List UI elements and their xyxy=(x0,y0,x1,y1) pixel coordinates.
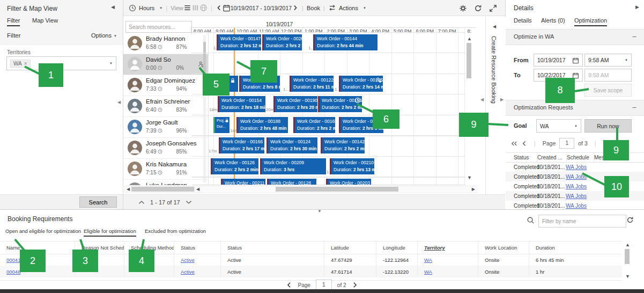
tab-alerts[interactable]: Alerts (0) xyxy=(541,17,565,24)
booking-bar[interactable]: Work Order - 00190 Duration: 2 hrs 20 mi… xyxy=(273,96,317,112)
date-range-label[interactable]: 10/19/2017 - 10/19/2017 xyxy=(231,5,292,11)
scroll-up-icon[interactable]: ▲ xyxy=(625,243,630,247)
schedule-link[interactable]: WA Jobs xyxy=(566,184,587,189)
booking-bar[interactable]: Work Order - 00128 Duration: xyxy=(267,179,316,185)
column-status[interactable]: Status xyxy=(506,153,537,162)
next-day-icon[interactable] xyxy=(292,4,299,11)
request-row[interactable]: Completed 10/18/201... WA Jobs xyxy=(506,191,644,201)
request-row[interactable]: Completed 10/18/201... WA Jobs xyxy=(506,162,644,172)
scroll-down-icon[interactable]: ▼ xyxy=(467,175,472,180)
collapse-section-icon[interactable]: − xyxy=(632,32,636,41)
booking-bar[interactable]: Work Order - 00154 Duration: 2 hrs 18 mi… xyxy=(218,96,265,112)
collapse-left-panel-icon[interactable]: ◀ xyxy=(111,4,115,10)
tab-map-view[interactable]: Map View xyxy=(32,17,58,24)
booking-bar[interactable]: Work Order - 00144 Duration: 2 hrs 44 mi… xyxy=(313,34,377,50)
page-down-icon[interactable] xyxy=(186,200,192,205)
territory-tag[interactable]: WA × xyxy=(10,60,31,68)
booking-bar[interactable]: Work Order - 00126 Duration: 2 hrs 2 min xyxy=(211,158,258,174)
scroll-right-icon[interactable]: ▶ xyxy=(472,186,475,193)
create-resource-booking-strip[interactable]: ◀ Create Resource Booking ◀ ▶ xyxy=(485,17,506,209)
booking-name-link[interactable]: 00048 xyxy=(6,269,20,275)
search-resources-input[interactable] xyxy=(125,21,192,33)
booking-bar[interactable]: Work O Duration: 2 hrs 8 min xyxy=(239,76,280,92)
territory-link[interactable]: WA xyxy=(424,257,432,263)
tab-details[interactable]: Details xyxy=(514,17,532,24)
column-created[interactable]: Created ... xyxy=(537,153,567,162)
calendar-icon[interactable] xyxy=(223,4,231,12)
gantt-view-icon[interactable] xyxy=(191,4,199,12)
status-link[interactable]: Active xyxy=(181,257,195,263)
tab-optimization[interactable]: Optimization xyxy=(574,17,607,26)
settings-gear-icon[interactable] xyxy=(459,4,467,12)
column-message[interactable]: Message xyxy=(594,153,644,162)
booking-bar[interactable]: Work Order - 00209 Duration: 3 hrs xyxy=(260,158,326,174)
tab-excluded-from-optimization[interactable]: Excluded from optimization xyxy=(145,228,206,234)
splitter-left-icon[interactable]: ◀ xyxy=(480,97,484,102)
booking-table-scrollbar[interactable]: ▲ ▼ xyxy=(624,242,631,280)
next-page-icon[interactable] xyxy=(352,282,358,288)
collapse-section-icon[interactable]: − xyxy=(632,103,636,112)
panel-resize-handle-icon[interactable]: ▼ xyxy=(317,209,322,214)
splitter-right-icon[interactable]: ▶ xyxy=(500,97,504,102)
booking-bar[interactable]: Work Order - 00211 Duration: xyxy=(221,179,265,185)
first-page-icon[interactable] xyxy=(510,141,518,146)
save-scope-button[interactable]: Save scope xyxy=(584,84,632,97)
scroll-left-icon[interactable]: ◀ xyxy=(127,186,130,193)
book-button[interactable]: Book xyxy=(307,5,320,11)
refresh-icon[interactable] xyxy=(626,216,634,224)
locked-booking-block[interactable] xyxy=(225,76,238,92)
request-row[interactable]: Completed 10/18/201... WA Jobs xyxy=(506,201,644,209)
gantt-vscrollbar[interactable]: ▲ ▼ xyxy=(465,35,472,181)
request-row[interactable]: Completed 10/18/201... WA Jobs xyxy=(506,172,644,181)
expand-icon[interactable] xyxy=(489,4,497,12)
request-row[interactable]: Completed 10/18/201... WA Jobs xyxy=(506,181,644,191)
column-latitude[interactable]: Latitude xyxy=(324,241,376,254)
tab-filter[interactable]: Filter xyxy=(7,17,20,26)
territory-link[interactable]: WA xyxy=(424,269,432,275)
scroll-left-icon[interactable]: ◀ xyxy=(196,186,199,193)
schedule-link[interactable]: WA Jobs xyxy=(566,174,587,180)
booking-bar[interactable]: Work Order - 00188 Duration: 2 hrs 48 mi… xyxy=(236,117,288,133)
last-page-icon[interactable] xyxy=(612,141,620,146)
from-date-input[interactable]: 10/19/2017 xyxy=(534,54,583,67)
page-up-icon[interactable] xyxy=(138,200,145,205)
status-link[interactable]: Active xyxy=(181,269,195,275)
panel-splitter-icon[interactable]: ◀ xyxy=(117,100,121,105)
gantt-hscrollbar[interactable]: ◀ ▶ xyxy=(194,186,477,193)
column-status-2[interactable]: Status xyxy=(221,241,324,254)
tab-open-and-eligible[interactable]: Open and eligible for optimization xyxy=(5,228,81,234)
scroll-up-icon[interactable]: ▲ xyxy=(467,36,472,41)
booking-bar[interactable]: Work Order - 00141 Duration: 2 hrs 5 min xyxy=(339,117,383,133)
schedule-link[interactable]: WA Jobs xyxy=(566,164,587,170)
collapse-strip-icon[interactable]: ◀ xyxy=(493,24,496,29)
actions-button[interactable]: Actions ▼ xyxy=(328,4,366,12)
booking-name-link[interactable]: 00041 xyxy=(6,257,20,263)
list-view-icon[interactable] xyxy=(183,4,191,12)
booking-bar[interactable]: Work Order - 00206 Duration: 2 hrs 2 min xyxy=(262,34,302,50)
map-view-icon[interactable] xyxy=(199,4,208,12)
booking-bar[interactable]: Work Order - 00125 Duration: 2 hrs 14 mi… xyxy=(339,76,383,92)
schedule-link[interactable]: WA Jobs xyxy=(566,203,587,209)
schedule-link[interactable]: WA Jobs xyxy=(566,193,587,199)
column-scheduling-method[interactable]: Scheduling Method xyxy=(124,241,174,254)
page-number-input[interactable]: 1 xyxy=(559,138,574,149)
filter-by-name-input[interactable] xyxy=(538,215,626,228)
to-time-input[interactable]: 9:58 AM xyxy=(584,69,632,82)
column-status-1[interactable]: Status xyxy=(174,241,221,254)
filter-options-button[interactable]: Options▼ xyxy=(91,32,117,39)
requests-section-header[interactable]: Optimization Requests − xyxy=(506,100,644,116)
booking-bar[interactable]: Work Order - 00166 Duration: 2 hrs 17 mi… xyxy=(219,137,264,153)
previous-page-icon[interactable] xyxy=(286,282,292,288)
calendar-icon[interactable] xyxy=(572,57,579,64)
booking-row[interactable]: 00041 Active Active 47.67429 -122.12964 … xyxy=(0,254,622,266)
next-page-icon[interactable] xyxy=(603,141,609,146)
to-date-input[interactable]: 10/22/2017 xyxy=(534,69,583,82)
booking-bar[interactable]: Work Order - 00210 Duration: 2 hrs 13 mi… xyxy=(330,158,374,174)
from-time-input[interactable]: 9:58 AM ▼ xyxy=(584,54,632,67)
page-number-input[interactable]: 1 xyxy=(316,280,332,290)
column-territory[interactable]: Territory xyxy=(418,241,478,254)
booking-bar[interactable]: Work Order - 00142 Duration: 2 hrs 2 min xyxy=(321,137,365,153)
project-booking-block[interactable]: Proj... Dur... xyxy=(213,117,230,133)
collapse-details-icon[interactable]: ▶ xyxy=(635,4,639,10)
booking-bar[interactable]: Work Order - 00124 Duration: 2 hrs 30 mi… xyxy=(267,137,317,153)
